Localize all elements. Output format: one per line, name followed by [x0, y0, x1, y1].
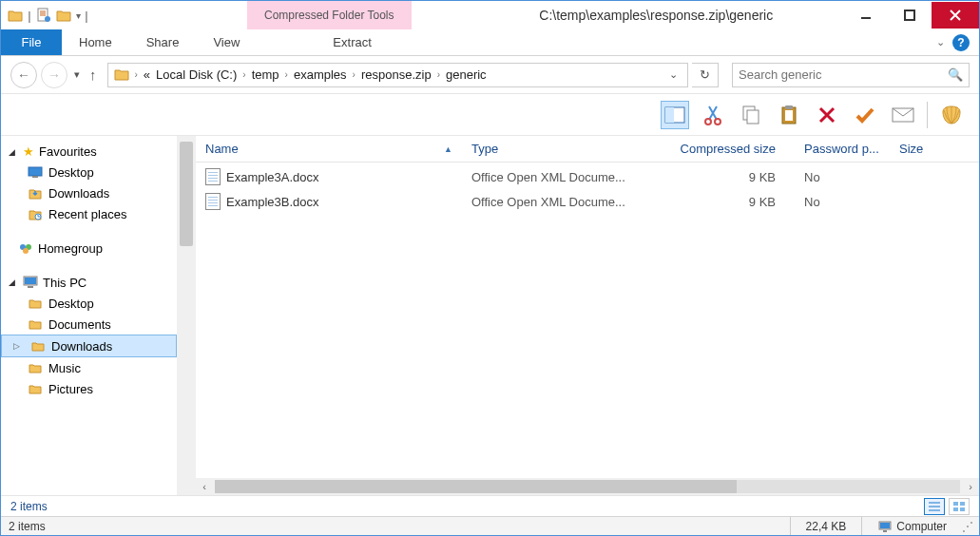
search-box[interactable]: 🔍 [732, 63, 970, 87]
maximize-button[interactable] [888, 2, 932, 29]
expand-icon[interactable]: ▷ [13, 341, 23, 351]
crumb-temp[interactable]: temp [252, 67, 279, 82]
cut-icon[interactable] [699, 101, 727, 129]
scroll-right-icon[interactable]: › [962, 481, 979, 492]
tab-view[interactable]: View [196, 29, 257, 55]
shell-icon[interactable] [937, 101, 966, 129]
search-icon[interactable]: 🔍 [948, 67, 963, 82]
col-label: Size [899, 142, 923, 156]
address-dropdown[interactable]: ⌄ [669, 68, 682, 81]
svg-rect-9 [747, 110, 759, 124]
crumb-zip[interactable]: response.zip [361, 67, 432, 82]
folder-icon[interactable] [7, 7, 24, 24]
col-label: Compressed size [681, 142, 776, 156]
svg-rect-12 [785, 105, 793, 109]
chevron-right-icon[interactable]: › [437, 69, 440, 80]
svg-rect-26 [960, 507, 965, 511]
col-size[interactable]: Size [890, 142, 937, 156]
crumb-examples[interactable]: examples [294, 67, 347, 82]
recent-locations-dropdown[interactable]: ▾ [71, 68, 83, 81]
crumb-generic[interactable]: generic [446, 67, 487, 82]
col-name[interactable]: Name▲ [196, 142, 462, 156]
sidebar-item-pictures[interactable]: Pictures [1, 378, 177, 399]
resize-grip-icon[interactable]: ⋰ [962, 520, 973, 533]
folder-icon [28, 381, 43, 396]
copy-icon[interactable] [737, 101, 765, 129]
svg-rect-11 [785, 110, 793, 121]
status-location-label: Computer [896, 520, 947, 533]
sidebar-item-thispc-desktop[interactable]: Desktop [1, 293, 177, 314]
svg-rect-3 [905, 10, 914, 20]
chevron-right-icon[interactable]: › [135, 69, 138, 80]
icons-view-button[interactable] [949, 498, 970, 515]
scrollbar-thumb[interactable] [180, 142, 193, 246]
collapse-icon[interactable]: ◢ [9, 278, 18, 287]
horizontal-scrollbar[interactable]: ‹ › [196, 478, 979, 495]
col-compressed-size[interactable]: Compressed size [652, 142, 795, 156]
new-folder-icon[interactable] [55, 7, 72, 24]
item-count: 2 items [10, 500, 48, 513]
sidebar-item-downloads[interactable]: Downloads [1, 182, 177, 203]
sidebar-item-documents[interactable]: Documents [1, 314, 177, 335]
chevron-right-icon[interactable]: › [285, 69, 288, 80]
crumb-drive[interactable]: Local Disk (C:) [156, 67, 237, 82]
sidebar-item-label: Favourites [39, 144, 97, 159]
sidebar-thispc[interactable]: ◢ This PC [1, 272, 177, 293]
file-row[interactable]: Example3B.docx Office Open XML Docume...… [196, 189, 979, 214]
chevron-right-icon[interactable]: › [242, 69, 245, 80]
scroll-left-icon[interactable]: ‹ [196, 481, 213, 492]
properties-icon[interactable] [35, 7, 52, 24]
details-view-button[interactable] [924, 498, 945, 515]
sidebar-scrollbar[interactable] [177, 136, 196, 495]
chevron-right-icon[interactable]: › [353, 69, 355, 80]
refresh-button[interactable]: ↻ [692, 63, 719, 87]
separator: | [84, 9, 89, 23]
sidebar-item-label: Documents [48, 317, 111, 332]
back-button[interactable]: ← [10, 62, 37, 88]
file-tab[interactable]: File [1, 29, 62, 55]
delete-icon[interactable] [813, 101, 841, 129]
address-bar[interactable]: › « Local Disk (C:) › temp › examples › … [107, 63, 689, 87]
file-row[interactable]: Example3A.docx Office Open XML Docume...… [196, 164, 979, 189]
sidebar-item-downloads-pc[interactable]: ▷Downloads [1, 335, 177, 357]
confirm-icon[interactable] [851, 101, 879, 129]
sidebar-favourites[interactable]: ◢ ★ Favourites [1, 142, 177, 162]
ribbon-collapse-icon[interactable]: ⌄ [936, 36, 945, 48]
close-button[interactable] [932, 2, 979, 29]
sidebar-item-music[interactable]: Music [1, 357, 177, 378]
paste-icon[interactable] [775, 101, 803, 129]
sort-asc-icon: ▲ [444, 144, 452, 154]
computer-icon [23, 275, 38, 290]
scrollbar-track[interactable] [215, 480, 960, 493]
help-icon[interactable]: ? [952, 34, 970, 51]
file-name: Example3B.docx [226, 195, 319, 209]
search-input[interactable] [739, 67, 948, 82]
preview-pane-icon[interactable] [661, 101, 689, 129]
minimize-button[interactable] [844, 2, 888, 29]
sidebar-item-label: Music [48, 361, 81, 375]
status-total-size: 22,4 KB [790, 517, 862, 535]
sidebar-item-recent[interactable]: Recent places [1, 203, 177, 224]
up-button[interactable]: ↑ [86, 67, 100, 83]
tab-home[interactable]: Home [62, 29, 129, 55]
sidebar-homegroup[interactable]: Homegroup [1, 238, 177, 258]
status-location: Computer [861, 517, 962, 535]
tab-share[interactable]: Share [129, 29, 197, 55]
col-type[interactable]: Type [462, 142, 652, 156]
document-icon [205, 168, 221, 185]
svg-rect-14 [29, 167, 42, 176]
svg-rect-15 [32, 176, 38, 178]
col-password[interactable]: Password p... [795, 142, 890, 156]
separator: | [27, 9, 32, 23]
mail-icon[interactable] [889, 101, 917, 129]
sidebar-item-desktop[interactable]: Desktop [1, 162, 177, 182]
quick-access-toolbar: | ▾ | [1, 7, 95, 24]
file-name: Example3A.docx [226, 170, 319, 184]
sidebar-item-label: Recent places [48, 207, 126, 221]
scrollbar-thumb[interactable] [215, 480, 737, 493]
qat-dropdown[interactable]: ▾ [75, 10, 81, 21]
folder-icon [114, 67, 129, 83]
forward-button[interactable]: → [41, 62, 67, 88]
collapse-icon[interactable]: ◢ [9, 147, 18, 157]
tab-extract[interactable]: Extract [316, 29, 388, 55]
